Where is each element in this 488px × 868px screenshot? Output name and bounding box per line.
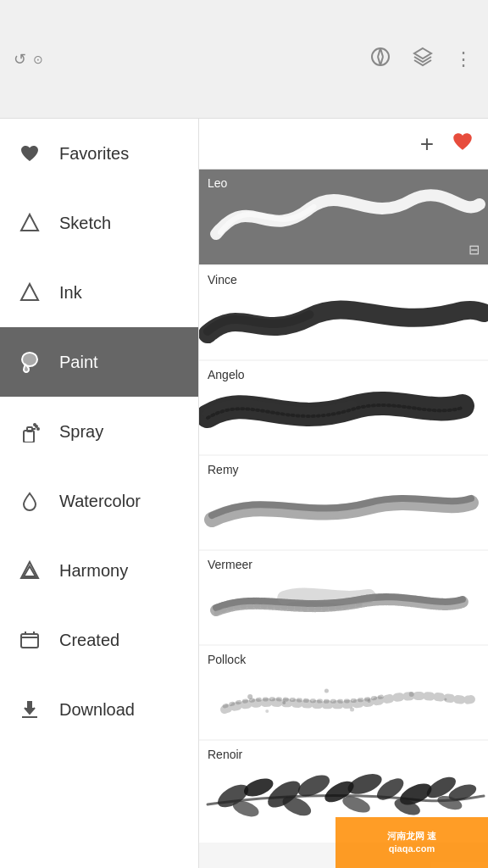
sketch-icon [17,212,42,234]
brush-name-vermeer: Vermeer [208,558,252,571]
harmony-label: Harmony [59,561,128,581]
svg-point-28 [350,708,354,712]
svg-marker-5 [414,48,431,58]
spray-icon [17,420,42,442]
paint-label: Paint [59,353,98,372]
svg-point-26 [444,698,446,701]
sidebar-item-watercolor[interactable]: Watercolor [0,466,198,536]
svg-rect-11 [27,427,32,431]
svg-rect-10 [24,431,34,442]
favorites-label: Favorites [59,144,129,164]
svg-line-2 [380,48,383,57]
svg-point-22 [282,701,286,704]
svg-marker-6 [21,214,38,231]
brush-name-pollock: Pollock [208,653,246,666]
paint-icon [17,351,42,373]
ink-label: Ink [59,283,82,303]
brush-item-leo[interactable]: Leo ⊟ [199,170,488,264]
sketch-label: Sketch [59,214,111,233]
sidebar-item-ink[interactable]: Ink [0,258,198,327]
brush-name-angelo: Angelo [208,368,245,381]
svg-rect-18 [21,634,38,648]
watercolor-label: Watercolor [59,492,141,511]
created-icon [17,629,42,651]
svg-point-25 [409,692,414,697]
sidebar-item-paint[interactable]: Paint [0,327,198,397]
redo-icon[interactable]: ⊙ [33,53,43,66]
svg-marker-7 [21,284,38,300]
brush-item-remy[interactable]: Remy [199,456,488,549]
top-bar: ↺ ⊙ ⋮ [0,0,488,119]
svg-point-21 [247,694,252,699]
sidebar-item-spray[interactable]: Spray [0,397,198,466]
favorite-brush-button[interactable] [451,130,474,159]
svg-point-24 [368,699,371,703]
brush-name-vince: Vince [208,273,237,287]
brush-name-renoir: Renoir [208,748,242,761]
top-bar-left: ↺ ⊙ [14,50,43,69]
created-label: Created [59,631,119,650]
ink-icon [17,281,42,303]
sidebar-item-created[interactable]: Created [0,605,198,675]
watercolor-icon [17,490,42,512]
compass-icon[interactable] [369,46,391,73]
top-bar-right: ⋮ [369,46,474,73]
svg-marker-19 [25,701,35,714]
sidebar-item-harmony[interactable]: Harmony [0,536,198,605]
download-label: Download [59,700,135,720]
brush-name-leo: Leo [208,176,227,190]
sidebar-item-favorites[interactable]: Favorites [0,119,198,188]
svg-point-15 [34,424,36,426]
main-content: Favorites Sketch Ink [0,119,488,868]
sidebar: Favorites Sketch Ink [0,119,199,868]
brush-item-angelo[interactable]: Angelo [199,361,488,454]
brush-list: Leo ⊟ Vince Angelo [199,170,488,868]
brush-settings-icon[interactable]: ⊟ [469,242,480,258]
brush-item-pollock[interactable]: Pollock [199,646,488,739]
svg-point-9 [22,353,37,366]
watermark: 河南龙网 速qiaqa.com [336,817,488,868]
brush-item-vince[interactable]: Vince [199,266,488,359]
add-brush-button[interactable]: + [420,131,434,158]
svg-rect-20 [22,716,37,718]
svg-point-23 [324,688,329,693]
undo-icon[interactable]: ↺ [14,50,26,69]
more-icon[interactable]: ⋮ [454,48,474,70]
layers-icon[interactable] [412,46,434,73]
download-icon [17,698,42,721]
favorites-icon [17,142,42,164]
svg-line-4 [380,57,383,65]
brush-item-vermeer[interactable]: Vermeer [199,551,488,644]
brush-name-remy: Remy [208,463,239,476]
svg-point-14 [37,428,39,430]
sidebar-item-sketch[interactable]: Sketch [0,188,198,258]
sidebar-item-download[interactable]: Download [0,675,198,744]
spray-label: Spray [59,422,103,442]
svg-point-27 [265,709,269,713]
brush-list-header: + [199,119,488,170]
harmony-icon [17,559,42,581]
